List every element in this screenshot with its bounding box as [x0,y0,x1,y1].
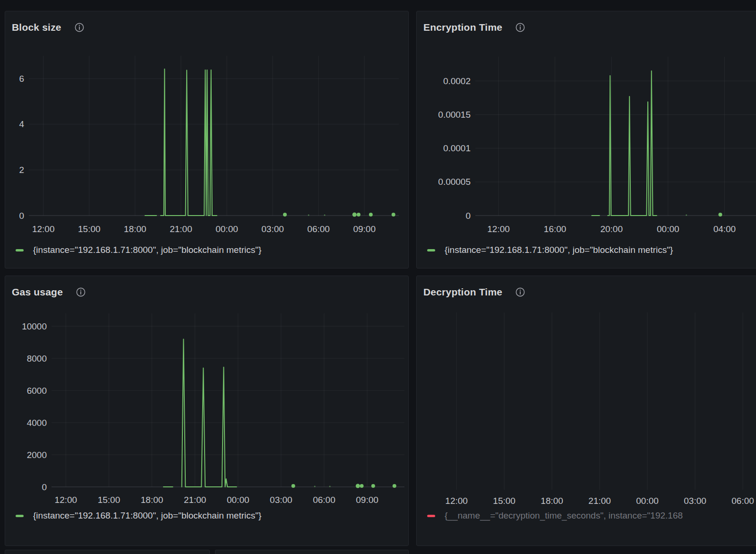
svg-text:21:00: 21:00 [184,495,206,505]
svg-text:2: 2 [19,165,24,175]
svg-text:18:00: 18:00 [141,495,163,505]
svg-text:03:00: 03:00 [270,495,292,505]
svg-text:21:00: 21:00 [588,496,611,506]
svg-text:03:00: 03:00 [261,224,284,234]
svg-text:16:00: 16:00 [544,224,567,234]
svg-text:21:00: 21:00 [170,224,192,234]
svg-text:18:00: 18:00 [541,496,563,506]
svg-text:0: 0 [465,211,471,221]
svg-text:06:00: 06:00 [731,496,754,506]
legend-label[interactable]: {__name__="decryption_time_seconds", ins… [445,511,683,521]
next-row-panel-stub [5,550,210,554]
time-series-chart[interactable]: 12:0015:0018:0021:0000:0003:0006:00 [417,276,756,546]
svg-text:00:00: 00:00 [636,496,659,506]
svg-text:8000: 8000 [27,354,47,364]
legend-row: {instance="192.168.1.71:8000", job="bloc… [16,245,261,255]
svg-text:09:00: 09:00 [356,495,378,505]
grafana-dashboard: { "theme": { "page_bg": "#111317", "pane… [0,0,756,554]
svg-text:12:00: 12:00 [32,224,55,234]
info-icon[interactable] [76,287,86,297]
panel-encryption-time: Encryption Time 12:0016:0020:0000:0004:0… [416,11,756,268]
panel-header: Gas usage [12,283,86,302]
svg-text:06:00: 06:00 [313,495,335,505]
next-row-panel-stub [215,550,409,554]
svg-text:2000: 2000 [27,450,47,460]
svg-text:4: 4 [19,119,24,129]
panel-title[interactable]: Decryption Time [423,286,502,298]
legend-row: {instance="192.168.1.71:8000", job="bloc… [16,511,261,521]
time-series-chart[interactable]: 12:0016:0020:0000:0004:0000.000050.00010… [417,11,756,269]
time-series-chart[interactable]: 12:0015:0018:0021:0000:0003:0006:0009:00… [5,11,409,269]
info-icon[interactable] [74,22,85,33]
svg-text:09:00: 09:00 [353,224,376,234]
svg-text:0.0002: 0.0002 [443,76,471,86]
legend-label[interactable]: {instance="192.168.1.71:8000", job="bloc… [445,245,673,255]
svg-text:15:00: 15:00 [98,495,120,505]
svg-text:0.00005: 0.00005 [438,177,471,187]
svg-text:06:00: 06:00 [307,224,330,234]
svg-text:00:00: 00:00 [227,495,249,505]
legend-label[interactable]: {instance="192.168.1.71:8000", job="bloc… [33,245,261,255]
panel-title[interactable]: Block size [12,22,61,33]
svg-text:0.00015: 0.00015 [438,110,471,120]
svg-text:6000: 6000 [27,386,47,396]
legend-label[interactable]: {instance="192.168.1.71:8000", job="bloc… [33,511,261,521]
svg-text:00:00: 00:00 [215,224,238,234]
svg-text:12:00: 12:00 [55,495,77,505]
svg-text:10000: 10000 [22,321,47,331]
panel-header: Block size [12,18,85,37]
svg-text:15:00: 15:00 [493,496,515,506]
svg-text:0.0001: 0.0001 [443,143,471,153]
legend-row: {__name__="decryption_time_seconds", ins… [427,511,683,521]
svg-text:15:00: 15:00 [78,224,101,234]
svg-text:0: 0 [42,482,47,492]
series-color-icon[interactable] [427,249,435,251]
svg-text:12:00: 12:00 [445,496,468,506]
svg-text:4000: 4000 [27,418,47,428]
svg-text:04:00: 04:00 [713,224,736,234]
svg-text:00:00: 00:00 [657,224,679,234]
svg-text:20:00: 20:00 [600,224,623,234]
series-color-icon[interactable] [16,249,24,251]
svg-text:18:00: 18:00 [124,224,146,234]
series-color-icon[interactable] [427,515,435,517]
svg-text:12:00: 12:00 [487,224,510,234]
panel-gas-usage: Gas usage 12:0015:0018:0021:0000:0003:00… [5,276,409,546]
info-icon[interactable] [515,287,525,297]
panel-decryption-time: Decryption Time 12:0015:0018:0021:0000:0… [416,276,756,546]
svg-text:6: 6 [19,74,24,84]
time-series-chart[interactable]: 12:0015:0018:0021:0000:0003:0006:0009:00… [5,276,409,546]
svg-text:0: 0 [19,211,24,221]
panel-title[interactable]: Encryption Time [423,22,502,33]
panel-block-size: Block size 12:0015:0018:0021:0000:0003:0… [5,11,409,268]
panel-title[interactable]: Gas usage [12,286,63,298]
legend-row: {instance="192.168.1.71:8000", job="bloc… [427,245,673,255]
svg-text:03:00: 03:00 [684,496,706,506]
series-color-icon[interactable] [16,515,24,517]
panel-header: Decryption Time [423,283,525,302]
panel-header: Encryption Time [423,18,525,37]
info-icon[interactable] [515,22,525,33]
